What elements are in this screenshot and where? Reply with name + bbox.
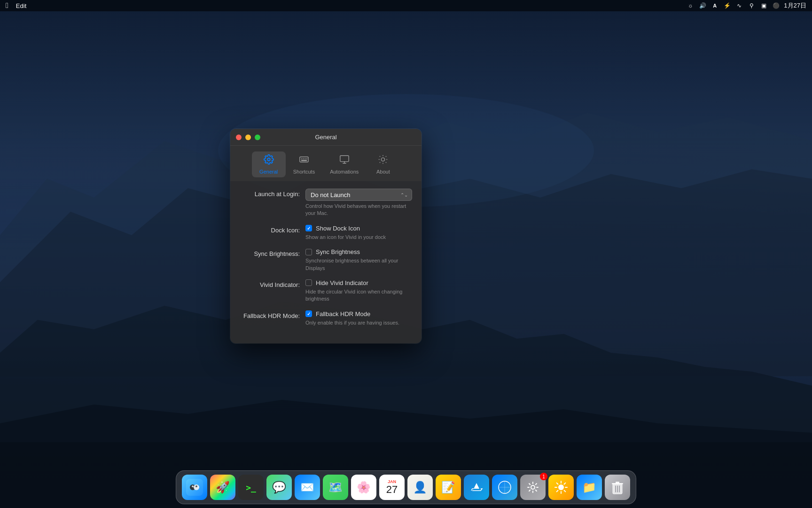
vivid-indicator-label: Vivid Indicator: xyxy=(240,279,305,288)
dock-item-appstore[interactable] xyxy=(464,475,489,500)
svg-rect-7 xyxy=(304,158,306,159)
svg-rect-10 xyxy=(340,156,349,162)
dock-item-mail[interactable]: ✉️ xyxy=(295,475,320,500)
dock-item-maps[interactable]: 🗺️ xyxy=(323,475,348,500)
dock-item-photos[interactable]: 🌸 xyxy=(351,475,376,500)
datetime-display: 1月27日 xyxy=(784,1,806,10)
fallback-hdr-label: Fallback HDR Mode: xyxy=(240,310,305,319)
svg-rect-34 xyxy=(612,483,623,484)
svg-point-23 xyxy=(192,485,194,487)
vivid-indicator-description: Hide the circular Vivid icon when changi… xyxy=(305,288,412,303)
volume-icon[interactable]: 🔊 xyxy=(698,1,707,10)
menubar:  Edit ☼ 🔊 A ⚡ ∿ ⚲ ▣ ⚫ 1月27日 xyxy=(0,0,812,11)
menubar-left:  Edit xyxy=(6,1,26,10)
dock-icon-description: Show an icon for Vivid in your dock xyxy=(305,234,412,241)
fallback-hdr-checkbox-row: Fallback HDR Mode xyxy=(305,310,412,318)
svg-line-14 xyxy=(380,156,380,157)
launch-at-login-control: Do not Launch ⌃⌄ Control how Vivid behav… xyxy=(305,189,412,217)
control-center-icon[interactable]: ▣ xyxy=(759,1,768,10)
dock-item-trash[interactable] xyxy=(605,475,630,500)
tab-shortcuts[interactable]: Shortcuts xyxy=(286,151,322,177)
dock-item-launchpad[interactable]: 🚀 xyxy=(210,475,235,500)
svg-point-2 xyxy=(267,158,270,161)
svg-rect-8 xyxy=(306,158,308,159)
input-icon[interactable]: A xyxy=(710,1,719,10)
vivid-indicator-checkbox[interactable] xyxy=(305,279,312,286)
maximize-button[interactable] xyxy=(255,135,260,140)
settings-window: General General xyxy=(230,129,422,343)
fallback-hdr-control: Fallback HDR Mode Only enable this if yo… xyxy=(305,310,412,326)
launch-at-login-label: Launch at Login: xyxy=(240,189,305,198)
fallback-hdr-checkbox[interactable] xyxy=(305,310,312,317)
dock-item-vivid[interactable] xyxy=(548,475,574,500)
launch-at-login-description: Control how Vivid behaves when you resta… xyxy=(305,203,412,217)
sync-brightness-row: Sync Brightness: Sync Brightness Synchro… xyxy=(240,248,412,272)
vivid-indicator-checkbox-row: Hide Vivid Indicator xyxy=(305,279,412,286)
svg-line-15 xyxy=(386,162,386,163)
dock-item-safari[interactable] xyxy=(492,475,517,500)
vivid-indicator-checkbox-label: Hide Vivid Indicator xyxy=(316,279,368,286)
dock-item-contacts[interactable]: 👤 xyxy=(407,475,433,500)
tab-shortcuts-label: Shortcuts xyxy=(293,169,315,175)
svg-point-11 xyxy=(382,158,385,161)
svg-point-30 xyxy=(531,485,535,489)
window-title: General xyxy=(315,134,336,141)
dock-icon-checkbox[interactable] xyxy=(305,225,312,231)
dock-icon-row: Dock Icon: Show Dock Icon Show an icon f… xyxy=(240,225,412,241)
tab-general-label: General xyxy=(259,169,278,175)
battery-icon[interactable]: ⚡ xyxy=(723,1,731,10)
wifi-icon[interactable]: ∿ xyxy=(735,1,743,10)
brightness-icon[interactable]: ☼ xyxy=(686,1,695,10)
dock-icon-control: Show Dock Icon Show an icon for Vivid in… xyxy=(305,225,412,241)
tab-general[interactable]: General xyxy=(252,151,286,177)
apple-menu[interactable]:  xyxy=(6,1,8,10)
user-icon[interactable]: ⚫ xyxy=(772,1,780,10)
dock-item-files[interactable]: 📁 xyxy=(577,475,602,500)
gear-icon xyxy=(264,154,274,167)
sync-brightness-checkbox[interactable] xyxy=(305,249,312,255)
svg-line-18 xyxy=(380,162,380,163)
dropdown-arrow-icon: ⌃⌄ xyxy=(400,192,408,198)
tab-about[interactable]: About xyxy=(366,151,400,177)
settings-content: Launch at Login: Do not Launch ⌃⌄ Contro… xyxy=(230,181,422,343)
svg-point-24 xyxy=(195,485,197,487)
dock-item-finder[interactable] xyxy=(182,475,207,500)
dock: 🚀 >_ 💬 ✉️ 🗺️ 🌸 JAN 27 👤 📝 xyxy=(176,470,636,504)
fallback-hdr-description: Only enable this if you are having issue… xyxy=(305,319,412,326)
sync-brightness-label: Sync Brightness: xyxy=(240,248,305,257)
sync-brightness-checkbox-row: Sync Brightness xyxy=(305,248,412,255)
dock-item-messages[interactable]: 💬 xyxy=(266,475,292,500)
sync-brightness-control: Sync Brightness Synchronise brightness b… xyxy=(305,248,412,272)
tab-automations-label: Automations xyxy=(330,169,359,175)
menubar-right: ☼ 🔊 A ⚡ ∿ ⚲ ▣ ⚫ 1月27日 xyxy=(686,1,806,10)
display-icon xyxy=(339,154,350,167)
svg-rect-6 xyxy=(303,158,304,159)
dock-icon-label: Dock Icon: xyxy=(240,225,305,234)
launch-at-login-row: Launch at Login: Do not Launch ⌃⌄ Contro… xyxy=(240,189,412,217)
sync-brightness-description: Synchronise brightness between all your … xyxy=(305,257,412,272)
sync-brightness-checkbox-label: Sync Brightness xyxy=(316,248,360,255)
fallback-hdr-row: Fallback HDR Mode: Fallback HDR Mode Onl… xyxy=(240,310,412,326)
menubar-app-name[interactable]: Edit xyxy=(16,2,26,9)
dock-icon-checkbox-label: Show Dock Icon xyxy=(316,225,360,232)
minimize-button[interactable] xyxy=(245,135,251,140)
sysprefs-badge: 1 xyxy=(540,473,547,480)
dock-item-sysprefs[interactable]: 1 xyxy=(520,475,546,500)
tab-automations[interactable]: Automations xyxy=(322,151,366,177)
dock-item-calendar[interactable]: JAN 27 xyxy=(379,475,405,500)
search-icon[interactable]: ⚲ xyxy=(747,1,756,10)
svg-rect-5 xyxy=(301,158,303,159)
tabs-bar: General Shortcuts xyxy=(230,146,422,181)
sun-icon xyxy=(378,154,388,167)
keyboard-icon xyxy=(299,154,309,167)
fallback-hdr-checkbox-label: Fallback HDR Mode xyxy=(316,310,370,318)
launch-at-login-value: Do not Launch xyxy=(311,191,351,198)
vivid-indicator-control: Hide Vivid Indicator Hide the circular V… xyxy=(305,279,412,303)
svg-line-19 xyxy=(386,156,386,157)
dock-item-notes[interactable]: 📝 xyxy=(436,475,461,500)
dock-item-terminal[interactable]: >_ xyxy=(238,475,264,500)
vivid-indicator-row: Vivid Indicator: Hide Vivid Indicator Hi… xyxy=(240,279,412,303)
launch-at-login-dropdown[interactable]: Do not Launch ⌃⌄ xyxy=(305,189,412,201)
window-titlebar: General xyxy=(230,129,422,146)
close-button[interactable] xyxy=(236,135,242,140)
